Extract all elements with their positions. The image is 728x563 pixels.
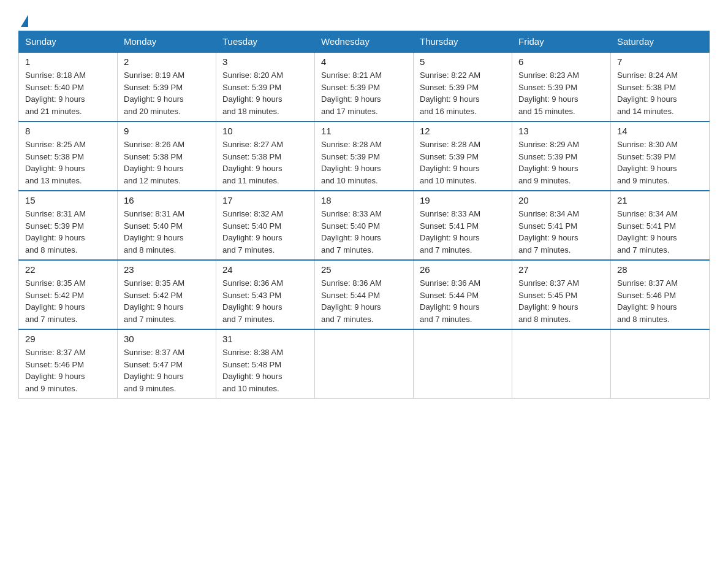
- header-monday: Monday: [118, 31, 216, 53]
- day-info: Sunrise: 8:35 AM Sunset: 5:42 PM Dayligh…: [124, 277, 210, 325]
- calendar-day-cell: 12 Sunrise: 8:28 AM Sunset: 5:39 PM Dayl…: [414, 121, 512, 191]
- calendar-day-cell: 20 Sunrise: 8:34 AM Sunset: 5:41 PM Dayl…: [512, 191, 611, 260]
- day-info: Sunrise: 8:31 AM Sunset: 5:40 PM Dayligh…: [124, 208, 210, 256]
- calendar-day-cell: 24 Sunrise: 8:36 AM Sunset: 5:43 PM Dayl…: [216, 260, 315, 329]
- day-info: Sunrise: 8:28 AM Sunset: 5:39 PM Dayligh…: [321, 139, 407, 186]
- header-thursday: Thursday: [414, 31, 512, 53]
- calendar-day-cell: 6 Sunrise: 8:23 AM Sunset: 5:39 PM Dayli…: [512, 52, 611, 121]
- day-info: Sunrise: 8:36 AM Sunset: 5:44 PM Dayligh…: [321, 277, 407, 325]
- day-info: Sunrise: 8:33 AM Sunset: 5:41 PM Dayligh…: [420, 208, 506, 256]
- logo-triangle-icon: [21, 15, 28, 27]
- calendar-week-row: 15 Sunrise: 8:31 AM Sunset: 5:39 PM Dayl…: [19, 191, 710, 260]
- calendar-header-row: Sunday Monday Tuesday Wednesday Thursday…: [19, 31, 710, 53]
- calendar-week-row: 29 Sunrise: 8:37 AM Sunset: 5:46 PM Dayl…: [19, 329, 710, 399]
- day-number: 27: [518, 264, 604, 275]
- calendar-day-cell: 7 Sunrise: 8:24 AM Sunset: 5:38 PM Dayli…: [611, 52, 710, 121]
- day-number: 23: [124, 264, 210, 275]
- day-info: Sunrise: 8:31 AM Sunset: 5:39 PM Dayligh…: [25, 208, 111, 256]
- logo: [18, 12, 28, 25]
- calendar-day-cell: 5 Sunrise: 8:22 AM Sunset: 5:39 PM Dayli…: [414, 52, 512, 121]
- day-number: 3: [222, 56, 308, 67]
- day-info: Sunrise: 8:33 AM Sunset: 5:40 PM Dayligh…: [321, 208, 407, 256]
- calendar-day-cell: [315, 329, 414, 399]
- day-info: Sunrise: 8:37 AM Sunset: 5:46 PM Dayligh…: [617, 277, 703, 325]
- calendar-day-cell: 28 Sunrise: 8:37 AM Sunset: 5:46 PM Dayl…: [611, 260, 710, 329]
- calendar-day-cell: 26 Sunrise: 8:36 AM Sunset: 5:44 PM Dayl…: [414, 260, 512, 329]
- day-info: Sunrise: 8:36 AM Sunset: 5:43 PM Dayligh…: [222, 277, 308, 325]
- day-number: 17: [222, 195, 308, 205]
- calendar-day-cell: 23 Sunrise: 8:35 AM Sunset: 5:42 PM Dayl…: [118, 260, 216, 329]
- day-number: 10: [222, 126, 308, 136]
- day-number: 29: [25, 334, 111, 344]
- day-info: Sunrise: 8:37 AM Sunset: 5:45 PM Dayligh…: [518, 277, 604, 325]
- calendar-day-cell: 14 Sunrise: 8:30 AM Sunset: 5:39 PM Dayl…: [611, 121, 710, 191]
- calendar-day-cell: 21 Sunrise: 8:34 AM Sunset: 5:41 PM Dayl…: [611, 191, 710, 260]
- day-info: Sunrise: 8:21 AM Sunset: 5:39 PM Dayligh…: [321, 69, 407, 117]
- day-number: 4: [321, 56, 407, 67]
- calendar-week-row: 1 Sunrise: 8:18 AM Sunset: 5:40 PM Dayli…: [19, 52, 710, 121]
- day-number: 26: [420, 264, 506, 275]
- calendar-day-cell: 8 Sunrise: 8:25 AM Sunset: 5:38 PM Dayli…: [19, 121, 118, 191]
- calendar-day-cell: 31 Sunrise: 8:38 AM Sunset: 5:48 PM Dayl…: [216, 329, 315, 399]
- header-tuesday: Tuesday: [216, 31, 315, 53]
- day-number: 7: [617, 56, 703, 67]
- day-number: 24: [222, 264, 308, 275]
- day-number: 22: [25, 264, 111, 275]
- day-info: Sunrise: 8:24 AM Sunset: 5:38 PM Dayligh…: [617, 69, 703, 117]
- day-number: 28: [617, 264, 703, 275]
- calendar-day-cell: 22 Sunrise: 8:35 AM Sunset: 5:42 PM Dayl…: [19, 260, 118, 329]
- day-info: Sunrise: 8:34 AM Sunset: 5:41 PM Dayligh…: [518, 208, 604, 256]
- day-info: Sunrise: 8:27 AM Sunset: 5:38 PM Dayligh…: [222, 139, 308, 186]
- day-info: Sunrise: 8:30 AM Sunset: 5:39 PM Dayligh…: [617, 139, 703, 186]
- day-info: Sunrise: 8:29 AM Sunset: 5:39 PM Dayligh…: [518, 139, 604, 186]
- calendar-day-cell: 25 Sunrise: 8:36 AM Sunset: 5:44 PM Dayl…: [315, 260, 414, 329]
- day-info: Sunrise: 8:32 AM Sunset: 5:40 PM Dayligh…: [222, 208, 308, 256]
- day-info: Sunrise: 8:26 AM Sunset: 5:38 PM Dayligh…: [124, 139, 210, 186]
- day-number: 30: [124, 334, 210, 344]
- calendar-day-cell: 27 Sunrise: 8:37 AM Sunset: 5:45 PM Dayl…: [512, 260, 611, 329]
- day-number: 20: [518, 195, 604, 205]
- calendar-day-cell: 16 Sunrise: 8:31 AM Sunset: 5:40 PM Dayl…: [118, 191, 216, 260]
- day-number: 25: [321, 264, 407, 275]
- calendar-week-row: 22 Sunrise: 8:35 AM Sunset: 5:42 PM Dayl…: [19, 260, 710, 329]
- page-header: [18, 12, 710, 25]
- day-info: Sunrise: 8:22 AM Sunset: 5:39 PM Dayligh…: [420, 69, 506, 117]
- calendar-day-cell: 11 Sunrise: 8:28 AM Sunset: 5:39 PM Dayl…: [315, 121, 414, 191]
- day-number: 15: [25, 195, 111, 205]
- calendar-table: Sunday Monday Tuesday Wednesday Thursday…: [18, 31, 710, 399]
- day-number: 21: [617, 195, 703, 205]
- calendar-day-cell: 4 Sunrise: 8:21 AM Sunset: 5:39 PM Dayli…: [315, 52, 414, 121]
- calendar-day-cell: 2 Sunrise: 8:19 AM Sunset: 5:39 PM Dayli…: [118, 52, 216, 121]
- header-sunday: Sunday: [19, 31, 118, 53]
- day-number: 31: [222, 334, 308, 344]
- day-number: 2: [124, 56, 210, 67]
- header-wednesday: Wednesday: [315, 31, 414, 53]
- day-info: Sunrise: 8:19 AM Sunset: 5:39 PM Dayligh…: [124, 69, 210, 117]
- day-info: Sunrise: 8:28 AM Sunset: 5:39 PM Dayligh…: [420, 139, 506, 186]
- day-number: 19: [420, 195, 506, 205]
- day-info: Sunrise: 8:25 AM Sunset: 5:38 PM Dayligh…: [25, 139, 111, 186]
- calendar-day-cell: [512, 329, 611, 399]
- day-info: Sunrise: 8:34 AM Sunset: 5:41 PM Dayligh…: [617, 208, 703, 256]
- day-info: Sunrise: 8:18 AM Sunset: 5:40 PM Dayligh…: [25, 69, 111, 117]
- calendar-day-cell: 3 Sunrise: 8:20 AM Sunset: 5:39 PM Dayli…: [216, 52, 315, 121]
- calendar-day-cell: 13 Sunrise: 8:29 AM Sunset: 5:39 PM Dayl…: [512, 121, 611, 191]
- calendar-day-cell: 29 Sunrise: 8:37 AM Sunset: 5:46 PM Dayl…: [19, 329, 118, 399]
- calendar-day-cell: [414, 329, 512, 399]
- calendar-day-cell: 18 Sunrise: 8:33 AM Sunset: 5:40 PM Dayl…: [315, 191, 414, 260]
- calendar-day-cell: 10 Sunrise: 8:27 AM Sunset: 5:38 PM Dayl…: [216, 121, 315, 191]
- day-info: Sunrise: 8:38 AM Sunset: 5:48 PM Dayligh…: [222, 347, 308, 394]
- day-number: 1: [25, 56, 111, 67]
- day-info: Sunrise: 8:35 AM Sunset: 5:42 PM Dayligh…: [25, 277, 111, 325]
- day-number: 13: [518, 126, 604, 136]
- calendar-day-cell: [611, 329, 710, 399]
- day-number: 14: [617, 126, 703, 136]
- day-number: 12: [420, 126, 506, 136]
- day-info: Sunrise: 8:36 AM Sunset: 5:44 PM Dayligh…: [420, 277, 506, 325]
- header-saturday: Saturday: [611, 31, 710, 53]
- day-number: 16: [124, 195, 210, 205]
- day-info: Sunrise: 8:37 AM Sunset: 5:47 PM Dayligh…: [124, 347, 210, 394]
- day-info: Sunrise: 8:23 AM Sunset: 5:39 PM Dayligh…: [518, 69, 604, 117]
- day-number: 9: [124, 126, 210, 136]
- day-number: 6: [518, 56, 604, 67]
